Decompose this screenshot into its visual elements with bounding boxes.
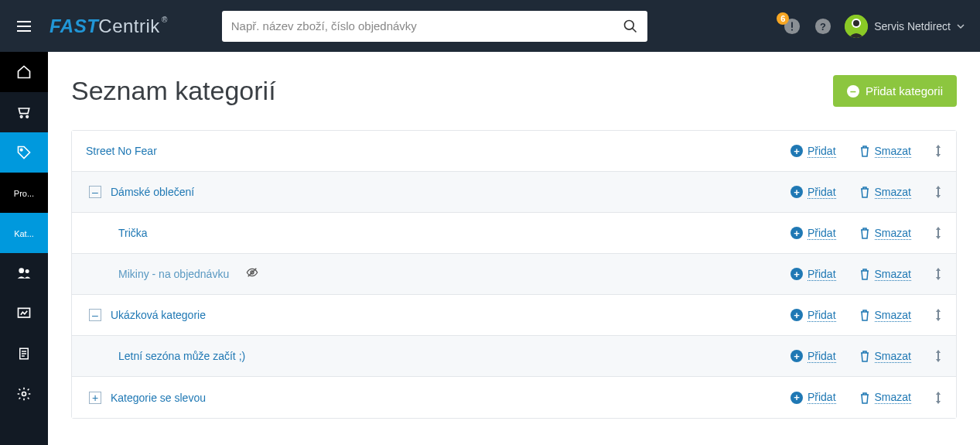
category-link[interactable]: Trička <box>118 227 148 239</box>
row-add-button[interactable]: +Přidat <box>790 227 836 240</box>
drag-handle[interactable] <box>934 309 942 321</box>
svg-rect-7 <box>791 29 793 30</box>
sidebar-item-analytics[interactable] <box>0 293 48 334</box>
sidebar-item-categories[interactable]: Kat... <box>0 213 48 253</box>
row-delete-button[interactable]: Smazat <box>859 350 911 363</box>
drag-handle[interactable] <box>934 350 942 362</box>
row-add-button[interactable]: +Přidat <box>790 268 836 281</box>
drag-handle[interactable] <box>934 268 942 280</box>
category-link[interactable]: Dámské oblečení <box>111 186 194 198</box>
category-row: – Dámské oblečení +Přidat Smazat <box>72 172 956 213</box>
plus-circle-icon: + <box>790 227 803 239</box>
svg-point-14 <box>26 116 29 118</box>
svg-point-23 <box>22 392 26 396</box>
sidebar-item-home[interactable] <box>0 52 48 92</box>
row-delete-button[interactable]: Smazat <box>859 145 911 158</box>
sidebar-item-products[interactable]: Pro... <box>0 173 48 213</box>
notif-badge: 6 <box>777 12 789 25</box>
drag-handle[interactable] <box>934 392 942 404</box>
category-row: + Kategorie se slevou +Přidat Smazat <box>72 377 956 418</box>
plus-circle-icon: + <box>790 392 803 404</box>
row-delete-button[interactable]: Smazat <box>859 227 911 240</box>
notifications-button[interactable]: 6 <box>783 17 801 36</box>
svg-rect-6 <box>791 22 793 27</box>
minus-circle-icon: – <box>847 85 859 98</box>
svg-point-12 <box>853 20 859 26</box>
search-input[interactable] <box>231 19 623 33</box>
user-menu[interactable]: Servis Netdirect <box>845 15 965 38</box>
category-link[interactable]: Street No Fear <box>86 145 157 157</box>
row-add-button[interactable]: +Přidat <box>790 145 836 158</box>
sidebar-item-users[interactable] <box>0 253 48 293</box>
logo[interactable]: FASTCentrik® <box>50 15 168 37</box>
sidebar-item-tag[interactable] <box>0 132 48 173</box>
svg-point-16 <box>19 268 24 273</box>
help-button[interactable]: ? <box>814 17 832 36</box>
category-tree: Street No Fear +Přidat Smazat – Dámské o… <box>71 130 957 419</box>
plus-circle-icon: + <box>790 145 803 157</box>
logo-bold: FAST <box>50 15 98 36</box>
category-link[interactable]: Mikiny - na objednávku <box>118 268 229 280</box>
trash-icon <box>859 186 870 198</box>
search-icon[interactable] <box>623 19 638 34</box>
topbar: FASTCentrik® 6 ? Servis Netdirect <box>0 0 980 52</box>
sidebar: Pro... Kat... <box>0 52 48 445</box>
trash-icon <box>859 227 870 239</box>
add-category-label: Přidat kategorii <box>866 84 943 98</box>
trash-icon <box>859 268 870 280</box>
search-box <box>222 11 647 42</box>
category-row: Mikiny - na objednávku +Přidat Smazat <box>72 254 956 295</box>
svg-text:?: ? <box>820 20 826 32</box>
category-link[interactable]: Letní sezóna může začít ;) <box>118 350 245 362</box>
row-add-button[interactable]: +Přidat <box>790 309 836 322</box>
trash-icon <box>859 392 870 404</box>
plus-circle-icon: + <box>790 268 803 280</box>
svg-point-3 <box>624 20 633 29</box>
menu-toggle-button[interactable] <box>0 0 48 52</box>
user-name: Servis Netdirect <box>874 20 951 33</box>
category-link[interactable]: Kategorie se slevou <box>111 392 206 404</box>
category-row: Letní sezóna může začít ;) +Přidat Smaza… <box>72 336 956 377</box>
svg-point-17 <box>26 269 29 273</box>
category-row: – Ukázková kategorie +Přidat Smazat <box>72 295 956 336</box>
plus-circle-icon: + <box>790 350 803 362</box>
category-row: Trička +Přidat Smazat <box>72 213 956 254</box>
hidden-icon <box>246 266 258 282</box>
collapse-button[interactable]: – <box>89 186 101 198</box>
sidebar-item-settings[interactable] <box>0 374 48 414</box>
category-row: Street No Fear +Přidat Smazat <box>72 131 956 172</box>
sidebar-item-pages[interactable] <box>0 334 48 374</box>
avatar <box>845 15 868 38</box>
page-title: Seznam kategorií <box>71 76 276 106</box>
row-add-button[interactable]: +Přidat <box>790 391 836 404</box>
category-link[interactable]: Ukázková kategorie <box>111 309 206 321</box>
sidebar-item-label: Kat... <box>14 229 34 238</box>
drag-handle[interactable] <box>934 145 942 157</box>
trash-icon <box>859 309 870 321</box>
drag-handle[interactable] <box>934 186 942 198</box>
row-delete-button[interactable]: Smazat <box>859 186 911 199</box>
drag-handle[interactable] <box>934 227 942 239</box>
svg-point-15 <box>20 149 22 151</box>
sidebar-item-label: Pro... <box>14 189 34 198</box>
row-add-button[interactable]: +Přidat <box>790 350 836 363</box>
main-content: Seznam kategorií – Přidat kategorii Stre… <box>48 52 980 445</box>
collapse-button[interactable]: – <box>89 309 101 321</box>
trash-icon <box>859 350 870 362</box>
svg-point-13 <box>20 116 22 118</box>
chevron-down-icon <box>957 22 965 30</box>
logo-thin: Centrik <box>98 15 160 36</box>
plus-circle-icon: + <box>790 309 803 321</box>
sidebar-item-cart[interactable] <box>0 92 48 132</box>
trash-icon <box>859 145 870 157</box>
svg-line-4 <box>632 28 636 32</box>
row-delete-button[interactable]: Smazat <box>859 391 911 404</box>
row-delete-button[interactable]: Smazat <box>859 309 911 322</box>
add-category-button[interactable]: – Přidat kategorii <box>833 75 957 107</box>
plus-circle-icon: + <box>790 186 803 198</box>
logo-registered: ® <box>162 15 168 24</box>
expand-button[interactable]: + <box>89 392 101 404</box>
row-delete-button[interactable]: Smazat <box>859 268 911 281</box>
row-add-button[interactable]: +Přidat <box>790 186 836 199</box>
